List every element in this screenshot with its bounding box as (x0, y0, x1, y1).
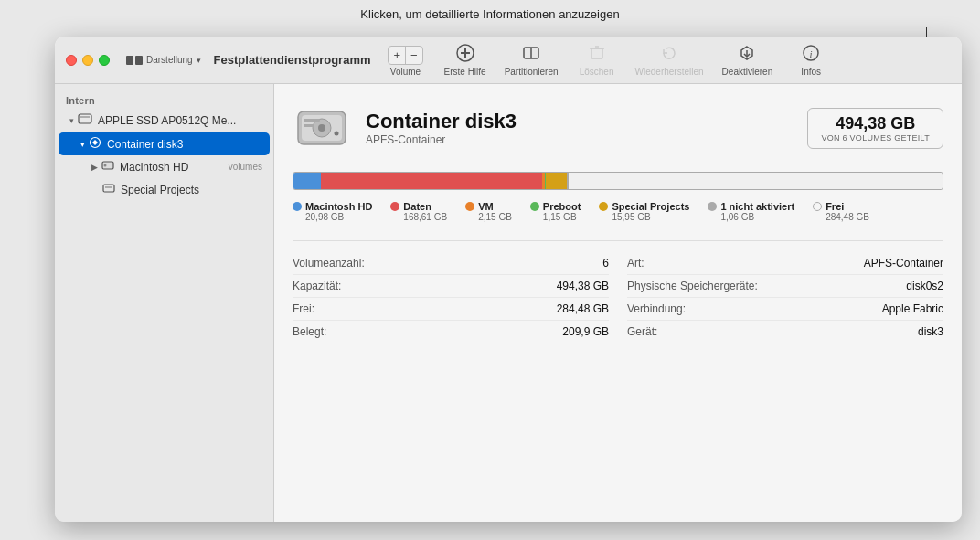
minimize-button[interactable] (82, 55, 93, 66)
legend-size-preboot: 1,15 GB (530, 212, 577, 222)
legend-size-frei: 284,48 GB (813, 212, 869, 222)
legend-item-special-projects: Special Projects15,95 GB (599, 201, 689, 222)
legend-name-preboot: Preboot (543, 201, 581, 212)
info-val: 494,38 GB (557, 280, 609, 292)
legend-item-macintosh-hd: Macintosh HD20,98 GB (293, 201, 372, 222)
info-row: Physische Speichergeräte:disk0s2 (627, 275, 943, 298)
legend-size-vm: 2,15 GB (465, 212, 512, 222)
expand-arrow-container: ▾ (80, 140, 85, 149)
loeschen-button[interactable]: Löschen (577, 44, 617, 77)
darstellung-button[interactable]: Darstellung ▾ (121, 52, 207, 68)
legend-name-nicht-aktiviert: 1 nicht aktiviert (720, 201, 794, 212)
info-key: Art: (627, 257, 644, 270)
volume-label: Volume (390, 67, 421, 77)
main-window: Darstellung ▾ Festplattendienstprogramm … (55, 37, 962, 522)
erste-hilfe-label: Erste Hilfe (444, 67, 486, 77)
macintosh-hd-icon (101, 159, 114, 175)
info-row: Frei:284,48 GB (293, 298, 609, 321)
svg-rect-17 (103, 185, 114, 192)
storage-legend: Macintosh HD20,98 GBDaten168,61 GBVM2,15… (293, 201, 943, 226)
sidebar: Intern ▾ APPLE SSD AP0512Q Me... ▾ Conta… (55, 84, 274, 522)
legend-dot-vm (465, 202, 474, 211)
info-table-right: Art:APFS-ContainerPhysische Speichergerä… (627, 252, 943, 343)
titlebar: Darstellung ▾ Festplattendienstprogramm … (55, 37, 962, 84)
special-projects-label: Special Projects (121, 184, 262, 196)
sidebar-item-macintosh-hd[interactable]: ▶ Macintosh HD volumes (59, 155, 270, 178)
storage-segment-frei (569, 173, 942, 189)
disk-size-label: VON 6 VOLUMES GETEILT (821, 133, 930, 143)
storage-segment-daten (321, 173, 542, 189)
svg-point-16 (104, 164, 107, 167)
svg-rect-5 (591, 48, 602, 58)
deaktivieren-button[interactable]: Deaktivieren (722, 44, 773, 77)
apple-ssd-label: APPLE SSD AP0512Q Me... (98, 114, 262, 127)
svg-point-23 (335, 132, 339, 136)
disk-header-icon (293, 99, 351, 157)
legend-dot-daten (390, 202, 399, 211)
sidebar-item-apple-ssd[interactable]: ▾ APPLE SSD AP0512Q Me... (59, 108, 270, 132)
erste-hilfe-button[interactable]: Erste Hilfe (444, 44, 486, 77)
volume-button[interactable]: + − Volume (386, 46, 426, 77)
partitionieren-button[interactable]: Partitionieren (505, 44, 559, 77)
plus-button[interactable]: + (389, 47, 406, 64)
svg-point-22 (318, 124, 325, 132)
storage-bar-container (293, 172, 943, 190)
macintosh-hd-badge: volumes (229, 162, 262, 172)
disk-subtitle: APFS-Container (366, 133, 807, 146)
disk-header-info: Container disk3 APFS-Container (366, 110, 807, 146)
legend-size-special-projects: 15,95 GB (599, 212, 650, 222)
legend-name-daten: Daten (403, 201, 431, 212)
legend-item-frei: Frei284,48 GB (813, 201, 869, 222)
infos-button[interactable]: i Infos (791, 44, 831, 77)
info-key: Gerät: (627, 325, 657, 338)
sidebar-item-container-disk3[interactable]: ▾ Container disk3 (59, 132, 270, 155)
annotation-text: Klicken, um detaillierte Informationen a… (0, 7, 980, 21)
legend-item-vm: VM2,15 GB (465, 201, 512, 222)
info-key: Frei: (293, 302, 314, 315)
info-key: Physische Speichergeräte: (627, 280, 758, 292)
legend-item-preboot: Preboot1,15 GB (530, 201, 581, 222)
legend-dot-frei (813, 202, 822, 211)
info-val: disk0s2 (906, 280, 943, 292)
legend-dot-preboot (530, 202, 539, 211)
wiederherstellen-button[interactable]: Wiederherstellen (635, 44, 704, 77)
loeschen-label: Löschen (580, 67, 614, 77)
info-row: Volumeanzahl:6 (293, 252, 609, 275)
info-row: Art:APFS-Container (627, 252, 943, 275)
info-val: 284,48 GB (557, 302, 609, 315)
svg-text:i: i (810, 48, 813, 59)
legend-name-frei: Frei (826, 201, 844, 212)
legend-size-daten: 168,61 GB (390, 212, 447, 222)
loeschen-icon (588, 44, 606, 65)
expand-arrow-mac-hd: ▶ (91, 163, 98, 172)
darstellung-label: Darstellung (146, 55, 193, 65)
toolbar-section: Darstellung ▾ Festplattendienstprogramm … (121, 44, 951, 77)
storage-segment-macintosh-hd (293, 173, 321, 189)
apple-ssd-icon (78, 111, 92, 129)
info-tables: Volumeanzahl:6Kapazität:494,38 GBFrei:28… (293, 240, 943, 343)
macintosh-hd-label: Macintosh HD (120, 161, 225, 174)
window-title: Festplattendienstprogramm (214, 53, 371, 67)
info-val: Apple Fabric (882, 302, 943, 315)
svg-rect-24 (304, 119, 320, 122)
legend-size-macintosh-hd: 20,98 GB (293, 212, 344, 222)
sidebar-item-special-projects[interactable]: Special Projects (59, 178, 270, 201)
info-val: 6 (602, 257, 609, 270)
legend-name-special-projects: Special Projects (612, 201, 689, 212)
legend-item-nicht-aktiviert: 1 nicht aktiviert1,06 GB (708, 201, 794, 222)
partitionieren-icon (522, 44, 540, 65)
info-key: Belegt: (293, 325, 326, 338)
fullscreen-button[interactable] (99, 55, 110, 66)
sidebar-section-intern: Intern (55, 91, 273, 108)
wiederherstellen-icon (660, 44, 678, 65)
main-panel: Container disk3 APFS-Container 494,38 GB… (274, 84, 962, 522)
info-key: Kapazität: (293, 280, 341, 292)
info-row: Gerät:disk3 (627, 321, 943, 343)
minus-button[interactable]: − (406, 47, 422, 64)
container-disk3-label: Container disk3 (107, 138, 262, 151)
partitionieren-label: Partitionieren (505, 67, 559, 77)
deaktivieren-icon (738, 44, 756, 65)
info-row: Belegt:209,9 GB (293, 321, 609, 343)
info-row: Kapazität:494,38 GB (293, 275, 609, 298)
close-button[interactable] (66, 55, 77, 66)
